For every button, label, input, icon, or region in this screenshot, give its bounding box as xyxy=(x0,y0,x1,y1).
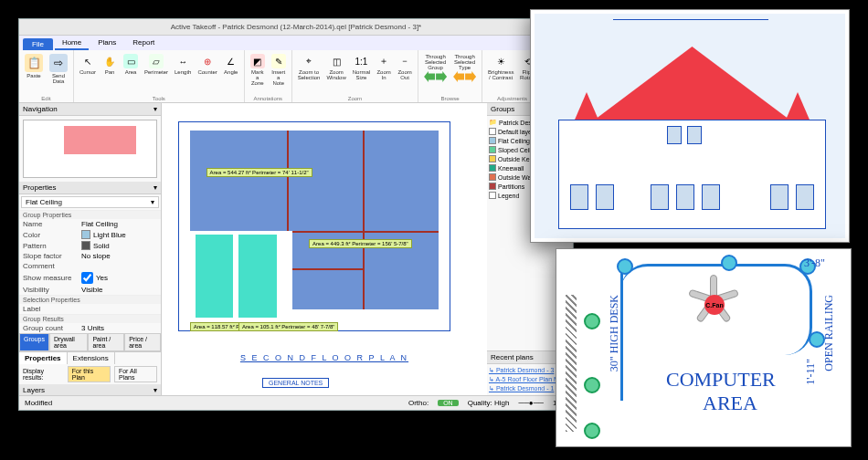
area-button[interactable]: ▭Area xyxy=(122,52,140,93)
railing-label: OPEN RAILING xyxy=(822,295,836,371)
send-data-button[interactable]: ⇨Send Data xyxy=(48,52,69,93)
tab-report[interactable]: Report xyxy=(125,37,162,50)
navigation-panel-title: Navigation▾ xyxy=(19,103,161,116)
property-subtabs: Groups Drywall area Paint / area Price /… xyxy=(19,333,161,351)
window-title: Active Takeoff - Patrick Desmond (12-Mar… xyxy=(171,23,421,31)
ortho-label: Ortho: xyxy=(408,399,429,407)
angle-button[interactable]: ∠Angle xyxy=(222,52,240,93)
prop-pattern[interactable]: Solid xyxy=(81,241,157,250)
insert-note-button[interactable]: ✎Insert a Note xyxy=(270,52,288,93)
left-panels: Navigation▾ Properties▾ Flat Ceiling▾ Gr… xyxy=(19,103,162,395)
btn-for-this-plan[interactable]: For this Plan xyxy=(68,366,111,382)
normal-size-button[interactable]: 1:1Normal Size xyxy=(351,52,372,93)
perimeter-button[interactable]: ▱Perimeter xyxy=(143,52,170,93)
prop-name[interactable]: Flat Ceiling xyxy=(81,220,157,228)
floor-plan: Area = 544.27 ft² Perimeter = 74' 11-1/2… xyxy=(178,121,450,331)
prop-color[interactable]: Light Blue xyxy=(81,230,157,239)
application-window: Active Takeoff - Patrick Desmond (12-Mar… xyxy=(18,18,574,411)
zoom-window-button[interactable]: ◫Zoom Window xyxy=(324,52,347,93)
through-group-button[interactable]: Through Selected Group xyxy=(422,52,449,93)
prop-count: 3 Units xyxy=(81,324,157,332)
zoom-slider[interactable]: ──●── xyxy=(518,399,544,407)
through-type-button[interactable]: Through Selected Type xyxy=(451,52,478,93)
ribbon: 📋Paste ⇨Send Data ↖Cursor ✋Pan ▭Area ▱Pe… xyxy=(19,50,573,103)
fan-label: C.Fan xyxy=(704,295,725,315)
wall-hatch xyxy=(566,295,577,432)
computer-area-detail: C.Fan COMPUTER AREA 30" HIGH DESK OPEN R… xyxy=(556,248,852,447)
ceiling-fan-icon: C.Fan xyxy=(684,275,739,329)
mark-zone-button[interactable]: ◩Mark a Zone xyxy=(249,52,267,93)
subtab-drywall[interactable]: Drywall area xyxy=(49,333,88,351)
tab-home[interactable]: Home xyxy=(55,37,89,50)
ribbon-group-browse: Through Selected Group Through Selected … xyxy=(418,50,482,102)
navigation-thumbnail[interactable] xyxy=(23,120,157,178)
length-button[interactable]: ↔Length xyxy=(173,52,193,93)
status-bar: Modified Ortho: ON Quality: High ──●── 1… xyxy=(19,395,573,410)
tab-extensions[interactable]: Extensions xyxy=(68,352,115,364)
section-group-results: Group Results xyxy=(19,314,161,323)
panel-collapse-icon[interactable]: ▾ xyxy=(153,386,157,394)
drawing-canvas[interactable]: Area = 544.27 ft² Perimeter = 74' 11-1/2… xyxy=(162,103,487,395)
prop-visibility[interactable]: Visible xyxy=(81,286,157,294)
computer-area-label-1: COMPUTER xyxy=(666,368,776,392)
general-notes-box: GENERAL NOTES xyxy=(262,378,329,388)
area-label-d: Area = 105.1 ft² Perimeter = 48' 7-7/8" xyxy=(238,322,338,331)
area-label-b: Area = 449.3 ft² Perimeter = 156' 5-7/8" xyxy=(309,239,412,248)
paste-button[interactable]: 📋Paste xyxy=(23,52,45,93)
pan-button[interactable]: ✋Pan xyxy=(101,52,119,93)
tab-properties[interactable]: Properties xyxy=(19,352,68,364)
ribbon-tabs: File Home Plans Report xyxy=(19,36,573,50)
cursor-button[interactable]: ↖Cursor xyxy=(78,52,98,93)
plan-title: S E C O N D F L O O R P L A N xyxy=(162,353,487,362)
quality-label[interactable]: Quality: High xyxy=(468,399,510,407)
properties-panel-title: Properties▾ xyxy=(19,182,161,194)
status-modified: Modified xyxy=(25,399,52,407)
section-selection-properties: Selection Properties xyxy=(19,295,161,304)
panel-collapse-icon[interactable]: ▾ xyxy=(153,183,157,192)
subtab-paint[interactable]: Paint / area xyxy=(88,333,124,351)
ribbon-group-zoom: ⌖Zoom to Selection ◫Zoom Window 1:1Norma… xyxy=(292,50,418,102)
ribbon-group-tools: ↖Cursor ✋Pan ▭Area ▱Perimeter ↔Length ⊕C… xyxy=(74,50,245,102)
zoom-in-button[interactable]: ＋Zoom In xyxy=(375,52,393,93)
prop-slope[interactable]: No slope xyxy=(81,252,157,260)
section-group-properties: Group Properties xyxy=(19,210,161,219)
subtab-groups[interactable]: Groups xyxy=(19,333,49,351)
dim-top: 3'-8" xyxy=(804,256,825,270)
zoom-selection-button[interactable]: ⌖Zoom to Selection xyxy=(296,52,323,93)
tab-plans[interactable]: Plans xyxy=(90,37,123,50)
btn-for-all-plans[interactable]: For All Plans xyxy=(114,366,157,382)
selected-group-name[interactable]: Flat Ceiling xyxy=(26,198,151,206)
ribbon-group-edit: 📋Paste ⇨Send Data xyxy=(19,50,74,102)
prop-show-measure[interactable]: Yes xyxy=(81,272,157,284)
elevation-preview xyxy=(530,9,850,243)
ortho-toggle[interactable]: ON xyxy=(438,400,459,406)
zoom-out-button[interactable]: －Zoom Out xyxy=(396,52,414,93)
desk-label: 30" HIGH DESK xyxy=(608,295,621,371)
layers-panel-title: Layers▾ xyxy=(19,384,161,395)
counter-button[interactable]: ⊕Counter xyxy=(196,52,218,93)
display-results-label: Display results: xyxy=(23,368,64,381)
computer-area-label-2: AREA xyxy=(703,392,757,415)
subtab-price[interactable]: Price / area xyxy=(124,333,161,351)
dropdown-icon[interactable]: ▾ xyxy=(151,198,154,206)
titlebar: Active Takeoff - Patrick Desmond (12-Mar… xyxy=(19,19,573,36)
dim-right: 1'-11" xyxy=(804,359,818,385)
panel-collapse-icon[interactable]: ▾ xyxy=(153,105,157,113)
ribbon-group-annotations: ◩Mark a Zone ✎Insert a Note xyxy=(245,50,292,102)
brightness-button[interactable]: ☀Brightness / Contrast xyxy=(486,52,515,93)
area-label-a: Area = 544.27 ft² Perimeter = 74' 11-1/2… xyxy=(206,168,312,177)
file-menu[interactable]: File xyxy=(23,38,53,50)
